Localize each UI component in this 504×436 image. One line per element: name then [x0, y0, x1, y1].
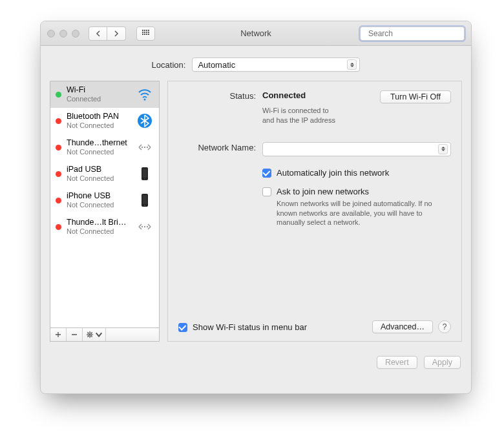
device-icon	[136, 165, 154, 183]
service-name: iPad USB	[67, 165, 131, 174]
show-menu-label: Show Wi-Fi status in menu bar	[193, 322, 307, 332]
help-button[interactable]: ?	[438, 320, 451, 333]
svg-point-14	[144, 226, 145, 227]
service-status: Not Connected	[67, 148, 131, 156]
ask-join-description: Known networks will be joined automatica…	[277, 199, 441, 228]
service-name: Thunde…thernet	[67, 138, 131, 147]
service-status: Connected	[67, 95, 131, 103]
auto-join-label: Automatically join this network	[277, 168, 389, 178]
network-preferences-window: Network Location: Automatic Wi-FiConnect…	[40, 21, 472, 394]
minus-icon	[71, 331, 78, 338]
status-dot-icon	[56, 171, 61, 177]
status-dot-icon	[56, 198, 61, 203]
svg-rect-8	[143, 169, 147, 178]
popup-arrows-icon	[438, 144, 448, 154]
status-dot-icon	[56, 92, 61, 98]
remove-service-button[interactable]	[67, 328, 83, 341]
auto-join-row: Automatically join this network	[262, 168, 451, 178]
service-status: Not Connected	[67, 227, 131, 236]
service-status: Not Connected	[67, 121, 131, 130]
add-service-button[interactable]	[50, 328, 67, 341]
show-all-button[interactable]	[136, 26, 155, 41]
service-item-3[interactable]: iPad USBNot Connected	[50, 161, 159, 187]
device-icon	[136, 191, 154, 209]
chevron-left-icon	[96, 30, 101, 37]
svg-point-12	[144, 205, 145, 206]
forward-button[interactable]	[107, 26, 126, 41]
search-input[interactable]	[367, 28, 467, 39]
apply-button[interactable]: Apply	[424, 356, 461, 369]
network-name-row: Network Name:	[178, 142, 451, 156]
service-name: Bluetooth PAN	[67, 112, 131, 121]
svg-point-13	[142, 226, 143, 227]
chevron-right-icon	[114, 30, 119, 37]
service-item-0[interactable]: Wi-FiConnected	[50, 81, 159, 108]
gear-icon	[86, 331, 94, 338]
sidebar: Wi-FiConnectedBluetooth PANNot Connected…	[50, 81, 160, 342]
turn-wifi-off-button[interactable]: Turn Wi-Fi Off	[380, 90, 451, 103]
status-dot-icon	[56, 118, 61, 124]
svg-point-9	[144, 178, 145, 180]
main-columns: Wi-FiConnectedBluetooth PANNot Connected…	[41, 81, 471, 351]
status-row: Status: Connected Turn Wi-Fi Off Wi-Fi i…	[178, 90, 451, 125]
revert-button[interactable]: Revert	[377, 356, 417, 369]
search-field[interactable]	[360, 26, 465, 41]
status-description: Wi-Fi is connected to and has the IP add…	[262, 106, 451, 125]
advanced-button[interactable]: Advanced…	[372, 320, 433, 333]
svg-point-6	[147, 147, 148, 148]
window-controls	[47, 30, 79, 37]
status-desc-line1: Wi-Fi is connected to	[262, 107, 329, 114]
svg-point-17	[89, 334, 90, 335]
grid-icon	[142, 30, 150, 37]
service-status: Not Connected	[67, 174, 131, 183]
sidebar-footer	[50, 328, 160, 342]
chevron-down-icon	[95, 331, 103, 338]
back-button[interactable]	[89, 26, 107, 41]
popup-arrows-icon	[347, 59, 357, 70]
svg-point-5	[144, 147, 145, 148]
detail-panel: Status: Connected Turn Wi-Fi Off Wi-Fi i…	[167, 81, 462, 342]
svg-rect-11	[143, 195, 147, 204]
thunderbolt-icon	[136, 218, 154, 236]
titlebar: Network	[41, 21, 471, 46]
status-value: Connected	[262, 90, 306, 100]
service-status: Not Connected	[67, 201, 131, 209]
minimize-window-button[interactable]	[59, 30, 67, 37]
wifi-icon	[136, 85, 154, 103]
service-name: Wi-Fi	[67, 85, 131, 94]
location-value: Automatic	[198, 60, 235, 70]
detail-footer: Show Wi-Fi status in menu bar Advanced… …	[178, 320, 451, 333]
service-item-5[interactable]: Thunde…lt BridgeNot Connected	[50, 214, 159, 240]
thunderbolt-icon	[136, 138, 154, 156]
service-actions-button[interactable]	[83, 328, 106, 341]
status-dot-icon	[56, 224, 61, 230]
svg-point-2	[144, 99, 146, 101]
svg-point-15	[147, 226, 148, 227]
ask-join-checkbox[interactable]	[262, 187, 271, 196]
close-window-button[interactable]	[47, 30, 55, 37]
location-label: Location:	[152, 60, 186, 70]
ask-join-label: Ask to join new networks	[277, 187, 369, 196]
zoom-window-button[interactable]	[72, 30, 79, 37]
svg-point-4	[142, 147, 143, 148]
plus-icon	[55, 331, 61, 338]
auto-join-checkbox[interactable]	[262, 169, 271, 178]
ask-join-row: Ask to join new networks	[262, 187, 451, 196]
service-item-2[interactable]: Thunde…thernetNot Connected	[50, 134, 159, 161]
network-name-label: Network Name:	[178, 142, 256, 156]
bluetooth-icon	[136, 112, 154, 130]
service-item-4[interactable]: iPhone USBNot Connected	[50, 187, 159, 214]
service-item-1[interactable]: Bluetooth PANNot Connected	[50, 108, 159, 134]
show-menu-checkbox[interactable]	[178, 323, 187, 332]
status-dot-icon	[56, 145, 61, 151]
service-list[interactable]: Wi-FiConnectedBluetooth PANNot Connected…	[50, 81, 160, 328]
nav-buttons	[89, 26, 126, 41]
status-desc-line2: and has the IP address	[262, 116, 335, 124]
location-row: Location: Automatic	[41, 46, 471, 81]
service-name: Thunde…lt Bridge	[67, 218, 131, 227]
bottom-bar: Revert Apply	[41, 351, 471, 369]
location-popup[interactable]: Automatic	[192, 57, 360, 72]
status-label: Status:	[178, 90, 256, 125]
service-name: iPhone USB	[67, 191, 131, 200]
network-name-popup[interactable]	[262, 142, 451, 156]
